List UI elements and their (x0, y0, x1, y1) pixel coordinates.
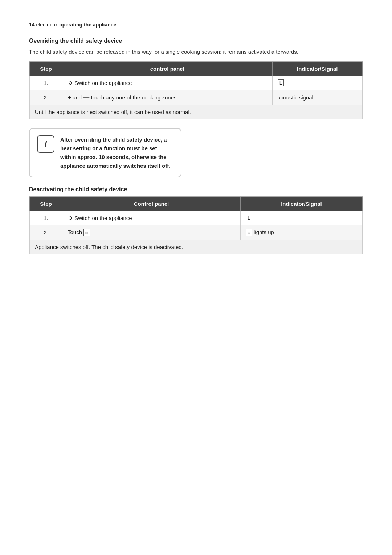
row2-step: 2. (30, 90, 62, 105)
table2-col2-header: Control panel (62, 197, 241, 211)
section2-heading: Deactivating the child safety device (29, 186, 363, 193)
table2: Step Control panel Indicator/Signal 1. ⭘… (29, 197, 363, 254)
table1-footer: Until the appliance is next switched off… (30, 105, 363, 119)
table2-col1-header: Step (30, 197, 62, 211)
row1-control: ⭘ Switch on the appliance (62, 211, 241, 225)
table1-wrapper: Step control panel Indicator/Signal 1. ⭘… (29, 61, 363, 119)
table1-col1-header: Step (30, 62, 62, 76)
power-icon: ⭘ (68, 215, 73, 221)
table1: Step control panel Indicator/Signal 1. ⭘… (29, 62, 363, 119)
child-lock-key: ⧆ (83, 229, 90, 236)
row2-control: + and — touch any one of the cooking zon… (62, 90, 273, 105)
row2-control: Touch ⧆ (62, 225, 241, 240)
page-number: 14 (29, 22, 35, 28)
table1-footer-row: Until the appliance is next switched off… (30, 105, 363, 119)
table-row: 1. ⭘ Switch on the appliance L (30, 211, 363, 225)
row1-step: 1. (30, 211, 62, 225)
info-box: i After overriding the child safety devi… (29, 128, 181, 177)
table-row: 2. + and — touch any one of the cooking … (30, 90, 363, 105)
power-icon: ⭘ (68, 80, 73, 86)
table2-wrapper: Step Control panel Indicator/Signal 1. ⭘… (29, 196, 363, 254)
page-header: 14 electrolux operating the appliance (29, 22, 363, 28)
brand-name: electrolux (36, 22, 59, 28)
row2-signal: acoustic signal (272, 90, 362, 105)
table-row: 2. Touch ⧆ ⧆ lights up (30, 225, 363, 240)
table1-col3-header: Indicator/Signal (272, 62, 362, 76)
table1-col2-header: control panel (62, 62, 273, 76)
child-lock-indicator: ⧆ (246, 229, 252, 236)
row1-control: ⭘ Switch on the appliance (62, 76, 273, 90)
row2-signal: ⧆ lights up (240, 225, 362, 240)
table2-col3-header: Indicator/Signal (240, 197, 362, 211)
row2-step: 2. (30, 225, 62, 240)
info-icon: i (37, 135, 54, 153)
table2-footer-row: Appliance switches off. The child safety… (30, 240, 363, 254)
table2-footer: Appliance switches off. The child safety… (30, 240, 363, 254)
row1-signal: L (272, 76, 362, 90)
table-row: 1. ⭘ Switch on the appliance L (30, 76, 363, 90)
info-box-text: After overriding the child safety device… (60, 135, 173, 170)
section1-intro: The child safety device can be released … (29, 48, 363, 56)
plus-minus-icons: + (68, 94, 71, 101)
row1-step: 1. (30, 76, 62, 90)
row1-signal: L (240, 211, 362, 225)
section1-heading: Overriding the child safety device (29, 38, 363, 44)
indicator-l: L (246, 215, 252, 221)
section-title: operating the appliance (59, 22, 116, 28)
minus-icon: — (83, 94, 89, 101)
indicator-l: L (278, 79, 284, 86)
